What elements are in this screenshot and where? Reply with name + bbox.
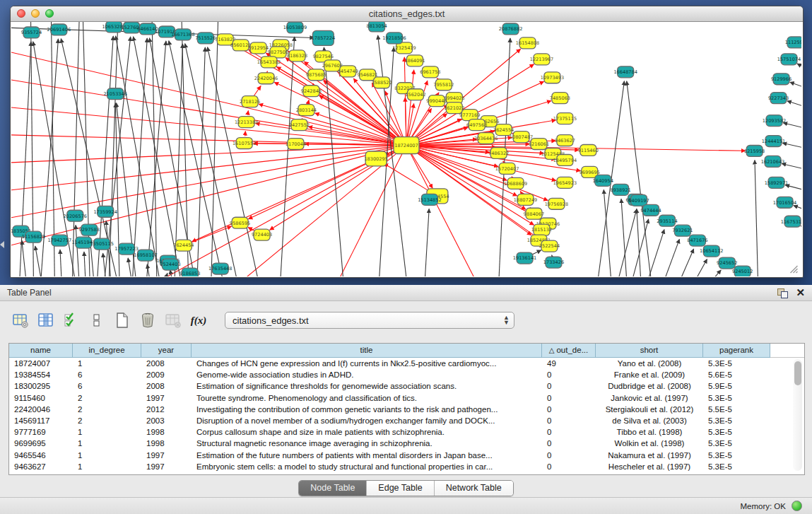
graph-node[interactable]: 19756928 [545, 198, 568, 209]
function-builder-icon[interactable]: f(x) [189, 311, 208, 329]
table-header-row[interactable]: name in_degree year title △out_de... sho… [9, 344, 804, 358]
graph-node[interactable]: 9586595 [230, 217, 250, 228]
select-columns-icon[interactable] [62, 311, 81, 329]
graph-node[interactable]: 2935114 [657, 215, 677, 226]
graph-node[interactable]: 1815132 [531, 224, 552, 235]
graph-node[interactable]: 10654112 [700, 245, 723, 257]
graph-node[interactable]: 1588520 [371, 77, 392, 88]
table-row[interactable]: 9699695 1 1998 Structural magnetic reson… [9, 438, 804, 449]
node-table[interactable]: name in_degree year title △out_de... sho… [8, 343, 805, 475]
graph-node[interactable]: 1640954 [593, 175, 613, 186]
graph-node[interactable]: 1112594 [785, 37, 801, 48]
graph-node[interactable]: 9463627 [555, 135, 575, 146]
graph-node[interactable]: 9186853 [180, 268, 200, 276]
memory-status-indicator[interactable] [792, 501, 802, 511]
table-row[interactable]: 14569117 2 2003 Disruption of a novel me… [9, 415, 804, 426]
table-selector-combobox[interactable]: citations_edges.txt ▲▼ [225, 312, 514, 329]
graph-node[interactable]: 12213967 [530, 54, 553, 65]
table-row[interactable]: 9465546 1 1997 Estimation of the future … [9, 450, 804, 461]
graph-node[interactable]: 2522544 [539, 240, 560, 252]
table-scrollbar-thumb[interactable] [794, 361, 801, 385]
new-document-icon[interactable] [113, 311, 131, 329]
graph-node[interactable]: 17016504 [773, 197, 796, 208]
table-row[interactable]: 9463627 1 1997 Embryonic stem cells: a m… [9, 461, 804, 472]
graph-node[interactable]: 9245652 [717, 257, 737, 269]
zoom-window-icon[interactable] [45, 9, 54, 18]
graph-node[interactable]: 9297588 [79, 224, 100, 235]
network-window[interactable]: citations_edges.txt 18724007183002951938… [10, 6, 804, 278]
graph-node[interactable]: 21053346 [103, 88, 126, 100]
graph-node[interactable]: 17359924 [93, 206, 117, 217]
graph-node[interactable]: 9245012 [732, 266, 753, 276]
graph-node[interactable]: 15720407 [495, 163, 519, 174]
graph-node[interactable]: 17857224 [312, 30, 335, 45]
tab-network-table[interactable]: Network Table [435, 481, 513, 496]
tab-node-table[interactable]: Node Table [299, 481, 367, 496]
graph-node[interactable]: 8215958 [744, 146, 765, 157]
graph-node[interactable]: 16210643 [761, 156, 784, 167]
tab-edge-table[interactable]: Edge Table [367, 481, 434, 496]
graph-node[interactable]: 7624454 [173, 240, 194, 251]
graph-node[interactable]: 16154808 [516, 37, 539, 49]
graph-node[interactable]: 7524403 [160, 259, 180, 270]
column-header-year[interactable]: year [141, 344, 192, 358]
network-canvas[interactable]: 1872400718300295193845547163822856012859… [11, 22, 801, 276]
graph-node[interactable]: 8471676 [687, 235, 707, 246]
graph-node[interactable]: 20876882 [499, 23, 522, 35]
graph-node[interactable]: 9115460 [578, 145, 599, 156]
graph-node[interactable]: 15892971 [765, 177, 788, 188]
graph-node[interactable]: 8938921 [611, 184, 631, 195]
graph-node[interactable]: 8454749 [338, 66, 358, 77]
graph-node[interactable]: 18724007 [394, 137, 419, 154]
column-header-in-degree[interactable]: in_degree [73, 344, 141, 358]
graph-node[interactable]: 6497568 [466, 119, 487, 131]
graph-node[interactable]: 2718126 [240, 96, 260, 107]
graph-node[interactable]: 9355724 [21, 27, 42, 38]
graph-node[interactable]: 8186328 [287, 50, 307, 62]
table-row[interactable]: 9115460 2 1997 Tourette syndrome. Phenom… [9, 392, 804, 404]
graph-node[interactable]: 9724403 [252, 229, 272, 240]
collapse-panel-arrow-icon[interactable] [0, 241, 4, 248]
table-settings-icon[interactable] [11, 311, 30, 329]
graph-node[interactable]: 11675311 [781, 216, 801, 227]
graph-node[interactable]: 19654923 [553, 177, 577, 188]
graph-node[interactable]: 16107552 [233, 138, 256, 149]
graph-node[interactable]: 7932621 [672, 225, 693, 236]
table-row[interactable]: 18300295 6 2008 Estimation of significan… [9, 380, 804, 392]
network-graph[interactable]: 1872400718300295193845547163822856012859… [11, 22, 801, 276]
resize-grip-icon[interactable] [790, 266, 797, 273]
graph-node[interactable]: 6961758 [420, 66, 440, 78]
table-row[interactable]: 9777169 1 1998 Corpus callosum shape and… [9, 426, 804, 438]
graph-node[interactable]: 7486322 [488, 148, 509, 159]
graph-node[interactable]: 9427552 [289, 119, 310, 131]
graph-node[interactable]: 17942757 [48, 235, 71, 246]
table-row[interactable]: 19384554 6 2009 Genome-wide association … [9, 369, 804, 380]
graph-node[interactable]: 5912954 [248, 42, 269, 54]
graph-node[interactable]: 12444151 [762, 136, 785, 147]
graph-node[interactable]: 17375115 [553, 113, 577, 124]
column-header-out-degree[interactable]: △out_de... [542, 344, 596, 358]
graph-node[interactable]: 7515526 [195, 33, 216, 44]
column-header-pagerank[interactable]: pagerank [703, 344, 770, 358]
column-header-title[interactable]: title [192, 344, 542, 358]
rows-icon[interactable] [88, 311, 106, 329]
graph-node[interactable]: 9227343 [768, 93, 789, 104]
graph-node[interactable]: 12213388 [235, 117, 258, 128]
graph-node[interactable]: 20206576 [64, 210, 87, 221]
graph-node[interactable]: 20691406 [47, 24, 71, 35]
graph-node[interactable]: 6216061 [529, 139, 549, 150]
graph-node[interactable]: 10688609 [504, 177, 527, 189]
graph-node[interactable]: 1864091 [404, 55, 425, 66]
graph-node[interactable]: 1733426 [543, 257, 564, 268]
table-row[interactable]: 22420046 2 2012 Investigating the contri… [9, 404, 804, 415]
graph-node[interactable]: 15751074 [777, 54, 801, 65]
graph-node[interactable]: 16648784 [613, 66, 637, 78]
graph-node[interactable]: 1562042 [405, 89, 425, 100]
close-panel-icon[interactable]: ✕ [796, 288, 805, 298]
graph-node[interactable]: 9474444 [640, 204, 661, 216]
column-header-name[interactable]: name [9, 344, 73, 358]
graph-node[interactable]: 8813054 [366, 22, 387, 32]
graph-node[interactable]: 18300295 [364, 151, 387, 166]
close-window-icon[interactable] [17, 9, 25, 18]
delete-trash-icon[interactable] [139, 311, 157, 329]
